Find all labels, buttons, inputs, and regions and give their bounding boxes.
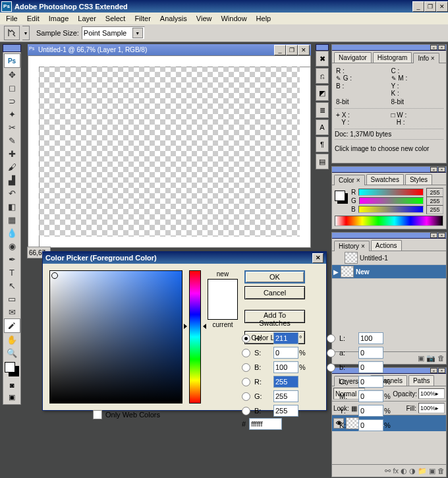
hue-slider[interactable]	[189, 270, 201, 403]
menu-edit[interactable]: Edit	[22, 13, 44, 24]
opacity-input[interactable]: 100% ▸	[418, 388, 445, 399]
menu-view[interactable]: View	[192, 13, 217, 24]
doc-maximize-button[interactable]: ❐	[286, 45, 298, 55]
m-input[interactable]: 0	[358, 390, 383, 402]
tab-paths[interactable]: Paths	[408, 375, 435, 386]
horizontal-ruler[interactable]	[28, 56, 310, 67]
g-input[interactable]: 255	[273, 390, 298, 402]
eyedropper-tool[interactable]	[4, 318, 20, 333]
y-input[interactable]: 0	[358, 405, 383, 417]
ps-launch-icon[interactable]: Ps	[4, 53, 20, 68]
lasso-tool[interactable]: ⊃	[5, 94, 20, 107]
tab-color[interactable]: Color ×	[334, 175, 365, 185]
b-rgb-input[interactable]: 255	[273, 405, 298, 417]
shape-tool[interactable]: ▭	[5, 292, 20, 305]
radio-r[interactable]	[242, 378, 250, 386]
document-titlebar[interactable]: Ps Untitled-1 @ 66,7% (Layer 1, RGB/8) _…	[28, 44, 311, 55]
sv-marker[interactable]	[51, 272, 58, 279]
vertical-ruler[interactable]	[28, 67, 40, 247]
menu-image[interactable]: Image	[44, 13, 74, 24]
move-tool[interactable]: ✥	[5, 68, 20, 81]
radio-h[interactable]	[242, 334, 250, 343]
radio-a[interactable]	[327, 349, 335, 357]
history-snapshot[interactable]: Untitled-1	[332, 251, 446, 265]
r-input[interactable]: 255	[273, 376, 298, 388]
mask-icon[interactable]: ◐	[401, 467, 407, 475]
history-step[interactable]: ▶ New	[332, 265, 446, 279]
tab-info[interactable]: Info ×	[413, 53, 439, 63]
radio-g[interactable]	[242, 392, 250, 401]
tool-preset-dropdown[interactable]: ▼	[22, 26, 30, 40]
menu-help[interactable]: Help	[252, 13, 276, 24]
radio-l[interactable]	[327, 334, 335, 343]
history-brush-tool[interactable]: ↶	[5, 187, 20, 200]
doc-minimize-button[interactable]: _	[274, 45, 286, 55]
dock-character-icon[interactable]: A	[316, 119, 329, 135]
document-canvas[interactable]	[28, 55, 311, 248]
web-colors-checkbox[interactable]	[93, 410, 102, 419]
tab-navigator[interactable]: Navigator	[334, 52, 372, 63]
tab-histogram[interactable]: Histogram	[373, 52, 412, 63]
notes-tool[interactable]: ✉	[5, 305, 20, 318]
foreground-swatch[interactable]	[5, 362, 15, 373]
panel-collapse-button[interactable]: «	[430, 233, 437, 238]
minimize-button[interactable]: _	[412, 1, 424, 12]
doc-close-button[interactable]: ✕	[298, 45, 310, 55]
menu-file[interactable]: File	[1, 13, 22, 24]
menu-analysis[interactable]: Analysis	[155, 13, 192, 24]
panel-close-button[interactable]: ×	[438, 368, 445, 373]
color-picker-titlebar[interactable]: Color Picker (Foreground Color) ✕	[43, 252, 326, 264]
group-icon[interactable]: 📁	[418, 467, 427, 475]
dock-tool-icon[interactable]: ◩	[316, 85, 329, 101]
ok-button[interactable]: OK	[244, 270, 305, 284]
color-spectrum[interactable]	[335, 216, 443, 226]
cancel-button[interactable]: Cancel	[244, 286, 305, 299]
panel-close-button[interactable]: ×	[438, 233, 445, 238]
green-value[interactable]: 255	[426, 196, 443, 206]
add-to-swatches-button[interactable]: Add To Swatches	[244, 310, 305, 323]
radio-lab-b[interactable]	[327, 363, 335, 372]
close-button[interactable]: ✕	[436, 1, 448, 12]
path-select-tool[interactable]: ↖	[5, 279, 20, 292]
color-panel-swatch[interactable]	[335, 191, 348, 204]
panel-collapse-button[interactable]: «	[430, 45, 437, 50]
type-tool[interactable]: T	[5, 266, 20, 279]
lab-b-input[interactable]: 0	[358, 361, 383, 373]
color-swatch-pair[interactable]	[5, 362, 19, 376]
maximize-button[interactable]: ❐	[424, 1, 436, 12]
link-icon[interactable]: ⚯	[385, 467, 391, 475]
menu-layer[interactable]: Layer	[73, 13, 101, 24]
sample-size-combo[interactable]: Point Sample ▼	[82, 26, 145, 40]
dock-layers-icon[interactable]: ≣	[316, 102, 329, 118]
a-input[interactable]: 0	[358, 347, 383, 359]
radio-b-rgb[interactable]	[242, 407, 250, 415]
tab-swatches[interactable]: Swatches	[366, 174, 404, 185]
red-slider[interactable]	[358, 189, 424, 196]
dialog-close-button[interactable]: ✕	[312, 253, 323, 263]
blue-slider[interactable]	[358, 206, 424, 213]
tab-actions[interactable]: Actions	[371, 240, 402, 251]
quick-select-tool[interactable]: ✦	[5, 107, 20, 121]
trash-icon[interactable]: 🗑	[437, 467, 445, 475]
slice-tool[interactable]: ✎	[5, 134, 20, 147]
green-slider[interactable]	[359, 197, 424, 204]
red-value[interactable]: 255	[426, 188, 443, 197]
gradient-tool[interactable]: ▦	[5, 213, 20, 226]
quick-mask-button[interactable]: ◙	[5, 379, 20, 391]
dodge-tool[interactable]: ◉	[5, 239, 20, 253]
panel-collapse-button[interactable]: «	[430, 368, 437, 373]
screen-mode-button[interactable]: ▣	[5, 391, 20, 403]
zoom-tool[interactable]: 🔍	[5, 346, 20, 359]
crop-tool[interactable]: ✂	[5, 121, 20, 134]
b-hsb-input[interactable]: 100	[273, 361, 298, 373]
brush-tool[interactable]: 🖌	[5, 160, 20, 173]
fill-input[interactable]: 100% ▸	[418, 403, 445, 413]
c-input[interactable]: 0	[358, 376, 383, 388]
s-input[interactable]: 0	[273, 347, 298, 359]
tab-styles[interactable]: Styles	[405, 174, 432, 185]
blur-tool[interactable]: 💧	[5, 226, 20, 239]
tab-history[interactable]: History ×	[334, 241, 370, 251]
healing-tool[interactable]: ✚	[5, 147, 20, 160]
menu-filter[interactable]: Filter	[130, 13, 155, 24]
panel-close-button[interactable]: ×	[438, 45, 445, 50]
